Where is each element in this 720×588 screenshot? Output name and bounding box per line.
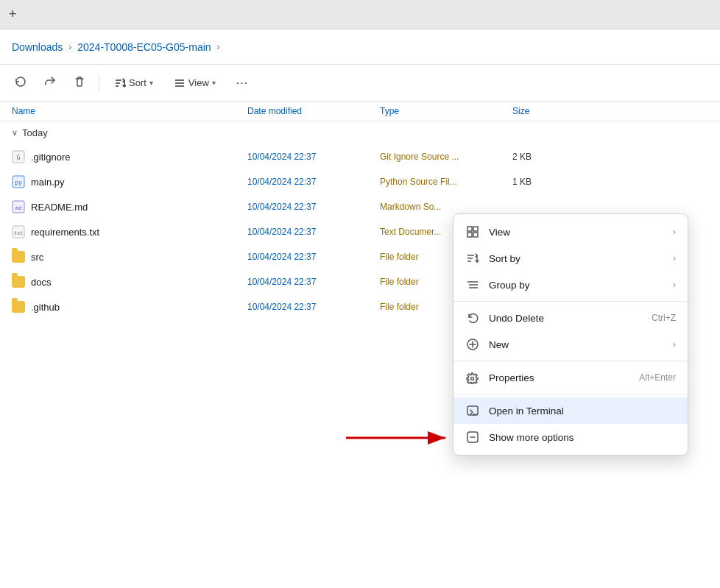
svg-text:py: py [15, 180, 22, 186]
file-name-cell: txt requirements.txt [12, 225, 247, 238]
file-date: 10/04/2024 22:37 [247, 202, 380, 212]
file-name-cell: .github [12, 301, 247, 313]
ctx-label-view: View [489, 227, 664, 238]
share-button[interactable] [38, 71, 62, 94]
folder-icon [12, 301, 25, 313]
svg-rect-30 [467, 406, 478, 415]
show_more-icon [465, 430, 480, 444]
file-date: 10/04/2024 22:37 [247, 252, 380, 262]
file-date: 10/04/2024 22:37 [247, 302, 380, 312]
share-icon [44, 76, 56, 88]
ctx-label-open_terminal: Open in Terminal [489, 405, 676, 417]
group-today[interactable]: ∨ Today [0, 121, 720, 144]
ctx-shortcut-undo_delete: Ctrl+Z [652, 313, 676, 323]
file-date: 10/04/2024 22:37 [247, 152, 380, 162]
properties-icon [465, 370, 480, 385]
sort-label: Sort [129, 77, 147, 88]
svg-rect-16 [473, 227, 478, 231]
file-name: docs [31, 277, 51, 288]
title-bar: + [0, 0, 720, 29]
ctx-label-show_more: Show more options [489, 432, 676, 443]
context-menu-item-undo_delete[interactable]: Undo Delete Ctrl+Z [453, 305, 688, 331]
ctx-label-sort_by: Sort by [489, 253, 664, 264]
file-date: 10/04/2024 22:37 [247, 277, 380, 287]
col-header-date[interactable]: Date modified [247, 106, 380, 116]
file-name: requirements.txt [31, 227, 99, 238]
file-name: main.py [31, 177, 65, 188]
context-menu-item-view[interactable]: View › [453, 219, 688, 245]
group_by-icon [465, 277, 480, 292]
toolbar-separator-1 [99, 74, 99, 92]
sort_by-icon [465, 251, 480, 266]
git-icon: G [12, 150, 25, 163]
context-menu-item-properties[interactable]: Properties Alt+Enter [453, 364, 688, 391]
breadcrumb: Downloads › 2024-T0008-EC05-G05-main › [0, 29, 720, 65]
ctx-arrow-group_by: › [673, 280, 676, 290]
file-name-cell: src [12, 251, 247, 263]
sort-chevron: ▾ [149, 79, 153, 87]
python-icon: py [12, 175, 25, 188]
view-icon [174, 77, 186, 89]
table-row[interactable]: py main.py 10/04/2024 22:37 Python Sourc… [0, 169, 720, 194]
col-header-type[interactable]: Type [380, 106, 512, 116]
ctx-label-undo_delete: Undo Delete [489, 313, 643, 324]
text-icon: txt [12, 225, 25, 238]
breadcrumb-sep-1: › [66, 42, 74, 52]
delete-button[interactable] [68, 71, 91, 94]
file-name: README.md [31, 202, 88, 213]
view-button[interactable]: View ▾ [166, 73, 223, 93]
ctx-label-group_by: Group by [489, 280, 664, 291]
ctx-shortcut-properties: Alt+Enter [639, 372, 676, 383]
file-name-cell: G .gitignore [12, 150, 247, 163]
svg-rect-15 [467, 227, 472, 231]
view-chevron: ▾ [212, 79, 216, 87]
table-row[interactable]: G .gitignore 10/04/2024 22:37 Git Ignore… [0, 144, 720, 169]
context-menu-item-new[interactable]: New › [453, 331, 688, 358]
svg-text:txt: txt [14, 230, 24, 236]
folder-icon [12, 276, 25, 288]
file-size: 1 KB [512, 177, 586, 187]
new-tab-button[interactable]: + [9, 7, 17, 22]
column-headers: Name Date modified Type Size [0, 102, 720, 121]
file-name: .github [31, 302, 60, 313]
refresh-button[interactable] [9, 71, 32, 94]
more-button[interactable]: ··· [229, 72, 255, 94]
context-menu-separator [453, 301, 688, 302]
file-name-cell: py main.py [12, 175, 247, 188]
context-menu-item-sort_by[interactable]: Sort by › [453, 245, 688, 272]
undo_delete-icon [465, 311, 480, 325]
ctx-arrow-view: › [673, 227, 676, 237]
file-name-cell: md README.md [12, 200, 247, 213]
context-menu-separator [453, 394, 688, 394]
breadcrumb-folder[interactable]: 2024-T0008-EC05-G05-main [77, 41, 211, 53]
ctx-label-properties: Properties [489, 372, 630, 383]
refresh-icon [15, 76, 27, 88]
context-menu-item-show_more[interactable]: Show more options [453, 424, 688, 450]
file-name-cell: docs [12, 276, 247, 288]
col-header-size[interactable]: Size [512, 106, 586, 116]
file-date: 10/04/2024 22:37 [247, 227, 380, 237]
file-type: Markdown So... [380, 202, 512, 212]
svg-rect-17 [467, 233, 472, 237]
file-name: .gitignore [31, 152, 70, 163]
group-chevron: ∨ [12, 128, 18, 138]
sort-button[interactable]: Sort ▾ [107, 73, 160, 93]
svg-text:G: G [17, 155, 21, 161]
more-label: ··· [236, 77, 248, 90]
file-type: Python Source Fil... [380, 177, 512, 187]
svg-text:md: md [15, 205, 21, 211]
ctx-arrow-sort_by: › [673, 253, 676, 263]
toolbar: Sort ▾ View ▾ ··· [0, 65, 720, 102]
trash-icon [74, 76, 85, 88]
context-menu-item-open_terminal[interactable]: Open in Terminal [453, 397, 688, 424]
markdown-icon: md [12, 200, 25, 213]
breadcrumb-downloads[interactable]: Downloads [12, 41, 63, 53]
file-date: 10/04/2024 22:37 [247, 177, 380, 187]
breadcrumb-sep-2: › [214, 42, 223, 52]
col-header-name[interactable]: Name [12, 106, 247, 116]
context-menu-item-group_by[interactable]: Group by › [453, 272, 688, 298]
svg-rect-18 [473, 233, 478, 237]
ctx-arrow-new: › [673, 339, 676, 350]
context-menu-separator [453, 361, 688, 361]
new-icon [465, 337, 480, 352]
